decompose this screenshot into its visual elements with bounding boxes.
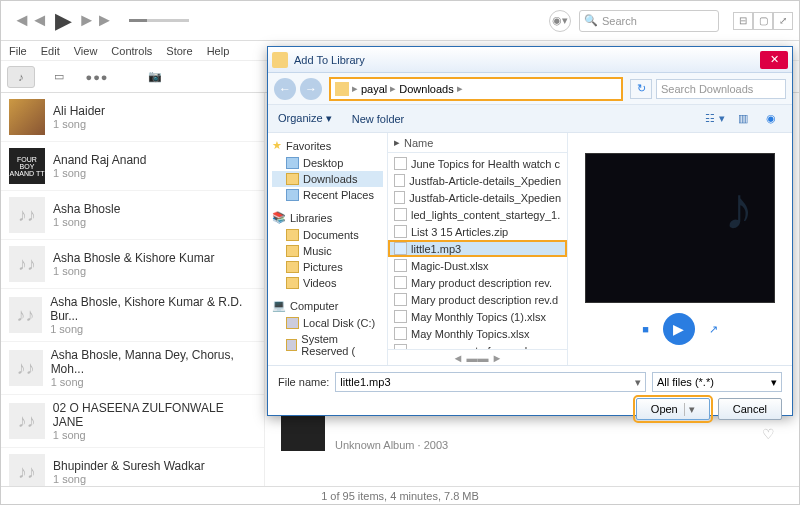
artist-list: Ali Haider1 song FOUR BOYANAND TTAnand R…: [1, 93, 265, 486]
movies-icon[interactable]: ▭: [45, 66, 73, 88]
artist-row[interactable]: ♪♪Bhupinder & Suresh Wadkar1 song: [1, 448, 264, 486]
close-icon[interactable]: ✕: [760, 51, 788, 69]
menu-view[interactable]: View: [74, 45, 98, 57]
preview-popout-button[interactable]: ↗: [709, 323, 718, 336]
file-row[interactable]: May Monthly Topics.xlsx: [388, 325, 567, 342]
artist-row[interactable]: ♪♪02 O HASEENA ZULFONWALE JANE1 song: [1, 395, 264, 448]
tree-recent[interactable]: Recent Places: [272, 187, 383, 203]
artist-row[interactable]: Ali Haider1 song: [1, 93, 264, 142]
open-button[interactable]: Open▾: [636, 398, 710, 420]
preview-play-button[interactable]: ▶: [663, 313, 695, 345]
horizontal-scrollbar[interactable]: ◄ ▬▬ ►: [388, 349, 567, 365]
breadcrumb[interactable]: ▸ payal▸ Downloads▸: [330, 78, 622, 100]
tree-system-reserved[interactable]: System Reserved (: [272, 331, 383, 359]
music-icon[interactable]: ♪: [7, 66, 35, 88]
organize-menu[interactable]: Organize ▾: [278, 112, 332, 125]
menu-file[interactable]: File: [9, 45, 27, 57]
new-folder-button[interactable]: New folder: [352, 113, 405, 125]
help-icon[interactable]: ◉: [760, 110, 782, 128]
artist-row[interactable]: ♪♪Asha Bhosle & Kishore Kumar1 song: [1, 240, 264, 289]
tree-videos[interactable]: Videos: [272, 275, 383, 291]
preview-pane-button[interactable]: ▥: [732, 110, 754, 128]
tree-documents[interactable]: Documents: [272, 227, 383, 243]
file-row[interactable]: Magic-Dust.xlsx: [388, 257, 567, 274]
account-button[interactable]: ◉▾: [549, 10, 571, 32]
menu-help[interactable]: Help: [207, 45, 230, 57]
add-to-library-dialog: Add To Library ✕ ← → ▸ payal▸ Downloads▸…: [267, 46, 793, 416]
nav-tree: ★Favorites Desktop Downloads Recent Plac…: [268, 133, 388, 365]
restore-button[interactable]: ▢: [753, 12, 773, 30]
file-row[interactable]: June Topics for Health watch c: [388, 155, 567, 172]
fullscreen-button[interactable]: ⤢: [773, 12, 793, 30]
album-name: Unknown Album: [335, 439, 415, 451]
file-row[interactable]: Mary product description rev.d: [388, 291, 567, 308]
heart-icon[interactable]: ♡: [762, 426, 775, 442]
star-icon: ★: [272, 139, 282, 152]
artist-row[interactable]: FOUR BOYANAND TTAnand Raj Anand1 song: [1, 142, 264, 191]
mini-player-button[interactable]: ⊟: [733, 12, 753, 30]
file-row[interactable]: Mary product description rev.: [388, 274, 567, 291]
file-row[interactable]: Justfab-Article-details_Xpedien: [388, 172, 567, 189]
itunes-icon: [272, 52, 288, 68]
forward-button[interactable]: →: [300, 78, 322, 100]
play-button[interactable]: ▶: [55, 8, 72, 34]
file-filter-select[interactable]: All files (*.*)▾: [652, 372, 782, 392]
preview-stop-button[interactable]: ■: [642, 323, 649, 335]
search-input[interactable]: 🔍 Search: [579, 10, 719, 32]
back-button[interactable]: ←: [274, 78, 296, 100]
file-row[interactable]: led_lights_content_startegy_1.: [388, 206, 567, 223]
file-row[interactable]: List 3 15 Articles.zip: [388, 223, 567, 240]
refresh-button[interactable]: ↻: [630, 79, 652, 99]
menu-edit[interactable]: Edit: [41, 45, 60, 57]
file-row[interactable]: little1.mp3: [388, 240, 567, 257]
preview-pane: [585, 153, 775, 303]
artist-row[interactable]: ♪♪Asha Bhosle, Kishore Kumar & R.D. Bur.…: [1, 289, 264, 342]
menu-controls[interactable]: Controls: [111, 45, 152, 57]
tree-desktop[interactable]: Desktop: [272, 155, 383, 171]
tree-pictures[interactable]: Pictures: [272, 259, 383, 275]
more-icon[interactable]: ●●●: [83, 66, 111, 88]
artist-row[interactable]: ♪♪Asha Bhosle1 song: [1, 191, 264, 240]
status-bar: 1 of 95 items, 4 minutes, 7.8 MB: [1, 486, 799, 504]
tree-local-c[interactable]: Local Disk (C:): [272, 315, 383, 331]
artist-row[interactable]: ♪♪Asha Bhosle, Manna Dey, Chorus, Moh...…: [1, 342, 264, 395]
tree-music[interactable]: Music: [272, 243, 383, 259]
volume-slider[interactable]: [129, 19, 189, 22]
camera-icon[interactable]: 📷: [141, 66, 169, 88]
album-year: 2003: [424, 439, 448, 451]
prev-track-button[interactable]: ◄◄: [13, 10, 49, 31]
filename-label: File name:: [278, 376, 329, 388]
column-name[interactable]: ▸ Name: [388, 133, 567, 153]
filename-input[interactable]: little1.mp3▾: [335, 372, 646, 392]
folder-icon: [335, 82, 349, 96]
tree-downloads[interactable]: Downloads: [272, 171, 383, 187]
dialog-title: Add To Library: [294, 54, 754, 66]
file-row[interactable]: measurements-form-salwar-su: [388, 342, 567, 349]
dialog-search-input[interactable]: Search Downloads: [656, 79, 786, 99]
file-row[interactable]: Justfab-Article-details_Xpedien: [388, 189, 567, 206]
view-options-button[interactable]: ☷ ▾: [704, 110, 726, 128]
menu-store[interactable]: Store: [166, 45, 192, 57]
file-row[interactable]: May Monthly Topics (1).xlsx: [388, 308, 567, 325]
next-track-button[interactable]: ►►: [78, 10, 114, 31]
cancel-button[interactable]: Cancel: [718, 398, 782, 420]
